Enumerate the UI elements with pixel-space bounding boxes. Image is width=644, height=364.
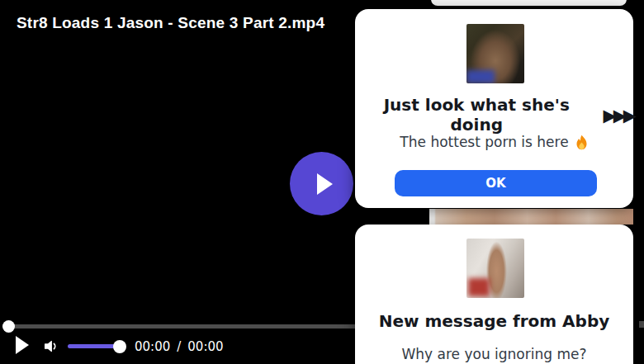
popup-message-card[interactable]: New message from Abby Why are you ignori… — [355, 225, 633, 364]
play-button[interactable] — [16, 336, 29, 354]
popup-heading: Just look what she's doing ▶▶▶ — [355, 95, 633, 135]
video-title: Str8 Loads 1 Jason - Scene 3 Part 2.mp4 — [17, 14, 413, 32]
big-play-button[interactable] — [290, 152, 353, 215]
fire-emoji-icon — [575, 135, 589, 150]
seek-bar-thumb[interactable] — [2, 320, 15, 333]
time-display: 00:00 / 00:00 — [135, 339, 224, 354]
popup-message-text: Why are you ignoring me? — [402, 346, 587, 362]
popup-ad-card[interactable]: Just look what she's doing ▶▶▶ The hotte… — [355, 9, 633, 208]
volume-icon[interactable] — [42, 338, 59, 355]
triple-arrow-icon: ▶▶▶ — [604, 106, 633, 125]
ok-button[interactable]: OK — [395, 170, 597, 196]
popup-message: The hottest porn is here — [355, 133, 633, 150]
popup-heading-text: Just look what she's doing — [355, 95, 599, 135]
background-sidebar-photo — [429, 209, 633, 225]
current-time: 00:00 — [135, 339, 170, 354]
popup-thumbnail-photo[interactable] — [466, 239, 524, 298]
background-sidebar-bar — [431, 0, 627, 6]
time-separator: / — [175, 339, 182, 354]
popup-heading: New message from Abby — [355, 311, 633, 331]
play-icon — [317, 173, 333, 195]
video-page: Str8 Loads 1 Jason - Scene 3 Part 2.mp4 … — [0, 0, 644, 364]
scrollbar-thumb[interactable] — [639, 321, 644, 328]
volume-slider[interactable] — [68, 344, 120, 348]
popup-message: Why are you ignoring me? — [355, 346, 633, 362]
popup-heading-text: New message from Abby — [379, 311, 610, 331]
duration: 00:00 — [187, 339, 223, 354]
volume-slider-thumb[interactable] — [113, 340, 126, 353]
popup-message-text: The hottest porn is here — [400, 134, 568, 150]
popup-thumbnail-photo[interactable] — [466, 24, 524, 83]
